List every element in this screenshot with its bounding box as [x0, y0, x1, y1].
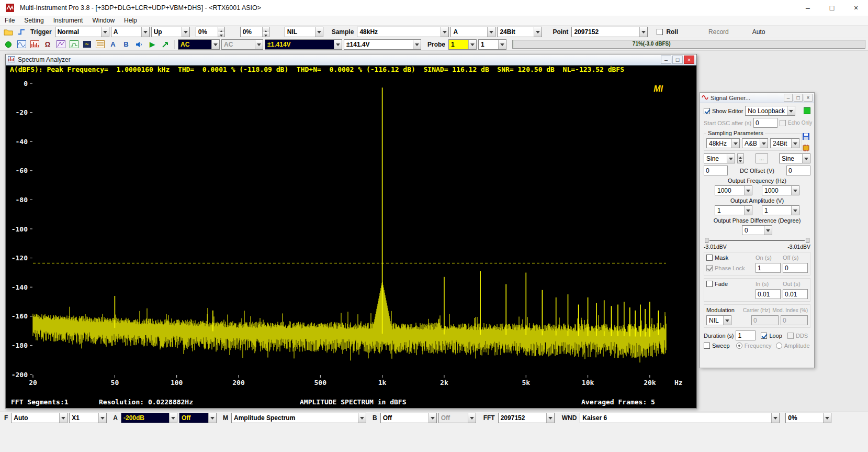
siggen-minimize-button[interactable]: – [784, 94, 793, 102]
range-b-combo[interactable]: ±141.4V [344, 39, 421, 50]
font-b-icon[interactable]: B [120, 39, 132, 50]
loop-checkbox[interactable] [761, 333, 767, 339]
sweep-checkbox[interactable] [704, 343, 710, 349]
start-osc-input[interactable] [753, 118, 777, 128]
trigger-rejection-combo[interactable]: NIL [285, 27, 323, 37]
spin-down-icon[interactable] [738, 159, 743, 163]
save-icon[interactable] [802, 132, 810, 141]
loopback-combo[interactable]: No Loopback [745, 106, 795, 116]
oscilloscope-icon[interactable] [16, 39, 27, 50]
a-range-combo[interactable]: -200dB [121, 413, 177, 423]
data-logger-icon[interactable] [68, 39, 80, 50]
fft-size-combo[interactable]: 2097152 [498, 413, 555, 423]
auto-button[interactable]: Auto [746, 27, 772, 37]
wave-spinner[interactable] [737, 153, 744, 163]
play-icon[interactable]: ▶ [146, 39, 158, 50]
spinner-buttons[interactable] [218, 27, 224, 37]
mask-checkbox[interactable] [706, 255, 713, 261]
maximize-button[interactable]: □ [820, 0, 844, 16]
run-icon[interactable] [3, 39, 14, 50]
b-range-combo[interactable]: Off [380, 413, 437, 423]
roll-checkbox[interactable] [657, 29, 663, 35]
b-ref-combo[interactable]: Off [438, 413, 476, 423]
menu-file[interactable]: File [0, 17, 19, 24]
menu-instrument[interactable]: Instrument [49, 17, 88, 24]
frequency-b-combo[interactable]: 1000 [762, 185, 799, 195]
echo-only-checkbox[interactable] [780, 120, 786, 126]
titlebar[interactable]: Multi-Instrument Pro 3.8 - [+3DP+DLG+LCR… [0, 0, 868, 16]
dds-checkbox[interactable] [787, 333, 794, 339]
font-a-icon[interactable]: A [107, 39, 119, 50]
trigger-edge-combo[interactable]: Up [151, 27, 190, 37]
minimize-button[interactable]: – [796, 0, 820, 16]
display-mode-combo[interactable]: Amplitude Spectrum [231, 413, 366, 423]
record-button[interactable]: Record [702, 27, 735, 37]
menu-window[interactable]: Window [87, 17, 119, 24]
slider-thumb-right[interactable] [806, 238, 809, 243]
device-test-plan-icon[interactable] [94, 39, 106, 50]
spin-up-icon[interactable] [218, 27, 224, 32]
spectrum-restore-button[interactable]: □ [672, 56, 683, 64]
spin-down-icon[interactable] [218, 32, 224, 37]
siggen-maximize-button[interactable]: □ [794, 94, 803, 102]
sampling-rate-combo[interactable]: 48kHz [357, 27, 449, 37]
probe-a-combo[interactable]: 1 [448, 39, 477, 50]
spinner-buttons[interactable] [262, 27, 269, 37]
spin-up-icon[interactable] [263, 27, 269, 32]
wave-editor-button[interactable]: ... [756, 153, 768, 163]
trigger-level-spinner[interactable]: 0% [196, 27, 225, 37]
mask-off-input[interactable] [783, 263, 808, 273]
spin-down-icon[interactable] [263, 32, 269, 37]
menu-help[interactable]: Help [119, 17, 142, 24]
siggen-bits-combo[interactable]: 24Bit [770, 138, 799, 148]
fade-in-input[interactable] [756, 289, 781, 299]
multimeter-icon[interactable]: Ω [42, 39, 53, 50]
signal-generator-icon[interactable]: ~ [81, 39, 93, 50]
zoom-combo[interactable]: X1 [69, 413, 107, 423]
loopback-arrow-icon[interactable] [160, 39, 171, 50]
a-ref-combo[interactable]: Off [179, 413, 217, 423]
phase-lock-checkbox[interactable] [706, 265, 713, 271]
spectrum-minimize-button[interactable]: – [661, 56, 671, 64]
dc-offset-a-input[interactable] [704, 166, 728, 175]
record-length-combo[interactable]: 2097152 [571, 27, 648, 37]
sweep-frequency-radio[interactable] [736, 343, 742, 349]
trigger-mode-combo[interactable]: Normal [55, 27, 109, 37]
spectrum-close-button[interactable]: × [684, 56, 694, 64]
wave-a-combo[interactable]: Sine [704, 153, 735, 163]
frequency-axis-combo[interactable]: Auto [11, 413, 67, 423]
siggen-close-button[interactable]: × [804, 94, 813, 102]
siggen-run-button[interactable] [804, 107, 810, 114]
duration-input[interactable] [736, 330, 756, 340]
show-editor-checkbox[interactable] [704, 108, 710, 114]
signal-generator-titlebar[interactable]: Signal Gener... – □ × [700, 93, 814, 103]
spectrum-plot[interactable]: 0-20-40-60-80-100-120-140-160-180-200205… [6, 77, 696, 398]
spectrum-analyzer-icon[interactable] [29, 39, 40, 50]
modulation-type-combo[interactable]: NIL [706, 315, 731, 325]
spectrum-3d-icon[interactable] [55, 39, 66, 50]
range-a-combo[interactable]: ±1.414V [265, 39, 342, 50]
window-function-combo[interactable]: Kaiser 6 [580, 413, 780, 423]
sampling-channel-combo[interactable]: A [450, 27, 495, 37]
frequency-a-combo[interactable]: 1000 [715, 185, 752, 195]
spectrum-analyzer-titlebar[interactable]: Spectrum Analyzer – □ × [6, 54, 696, 65]
siggen-rate-combo[interactable]: 48kHz [706, 138, 740, 148]
memory-icon[interactable] [802, 144, 810, 152]
wave-b-combo[interactable]: Sine [779, 153, 810, 163]
open-file-icon[interactable] [3, 27, 14, 37]
fade-out-input[interactable] [783, 289, 808, 299]
spin-up-icon[interactable] [738, 154, 743, 159]
close-button[interactable]: × [844, 0, 868, 16]
coupling-b-combo[interactable]: AC [221, 39, 263, 50]
siggen-channels-combo[interactable]: A&B [742, 138, 768, 148]
amplitude-b-combo[interactable]: 1 [762, 205, 799, 215]
menu-setting[interactable]: Setting [19, 17, 48, 24]
carrier-input[interactable] [751, 315, 779, 325]
mask-on-input[interactable] [756, 263, 781, 273]
sweep-amplitude-radio[interactable] [776, 343, 782, 349]
probe-b-combo[interactable]: 1 [478, 39, 506, 50]
speaker-icon[interactable] [133, 39, 145, 50]
fade-checkbox[interactable] [706, 281, 713, 287]
trigger-edge-icon[interactable] [16, 27, 27, 37]
mod-index-input[interactable] [781, 315, 808, 325]
